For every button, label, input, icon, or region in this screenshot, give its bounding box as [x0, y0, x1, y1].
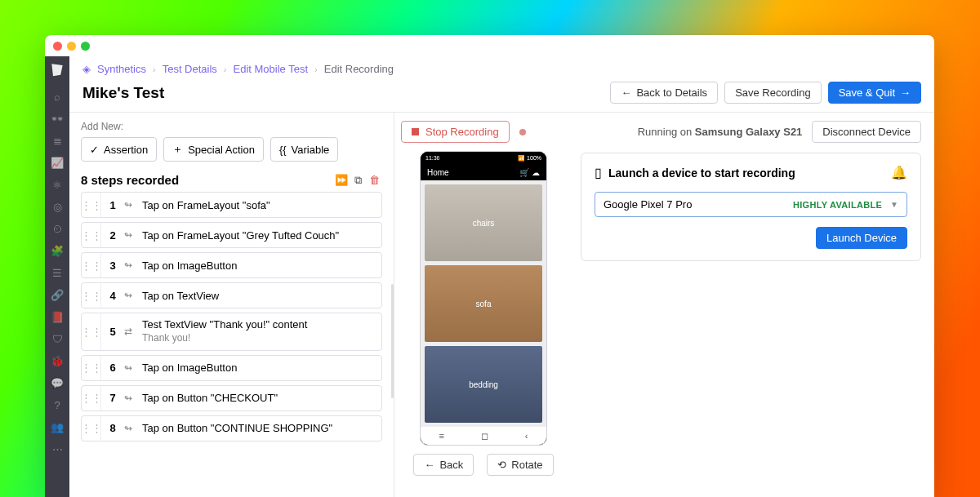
chip-label: Assertion	[104, 144, 148, 156]
drag-handle-icon[interactable]: ⋮⋮	[82, 313, 101, 350]
window-min-dot[interactable]	[67, 42, 76, 51]
datadog-logo-icon[interactable]	[49, 61, 65, 78]
phone-frame: 11:36 📶 100% Home 🛒 ☁ chairs sofa beddin…	[420, 151, 547, 446]
step-row[interactable]: ⋮⋮3↬Tap on ImageButton	[81, 252, 382, 278]
device-panel-column: Running on Samsung Galaxy S21 Disconnect…	[572, 113, 934, 497]
step-number: 7	[101, 392, 124, 404]
drag-handle-icon[interactable]: ⋮⋮	[82, 223, 101, 247]
step-number: 2	[101, 229, 124, 242]
scrollbar[interactable]	[391, 284, 394, 398]
device-back-button[interactable]: ← Back	[413, 454, 474, 476]
launch-device-button[interactable]: Launch Device	[816, 227, 907, 249]
step-row[interactable]: ⋮⋮4↬Tap on TextView	[81, 282, 382, 308]
crumb-synthetics[interactable]: Synthetics	[97, 63, 146, 75]
device-preview-column: Stop Recording 11:36 📶 100% Home 🛒 ☁	[394, 113, 572, 497]
running-on-text: Running on Samsung Galaxy S21	[638, 126, 803, 138]
drag-handle-icon[interactable]: ⋮⋮	[82, 193, 101, 217]
step-row[interactable]: ⋮⋮7↬Tap on Button "CHECKOUT"	[81, 385, 382, 411]
btn-label: Stop Recording	[425, 126, 499, 138]
gauge-icon[interactable]: ⏲	[51, 222, 64, 235]
plus-icon: ＋	[172, 142, 183, 157]
trash-icon[interactable]: 🗑	[366, 174, 382, 186]
save-quit-button[interactable]: Save & Quit →	[828, 82, 921, 104]
window-max-dot[interactable]	[81, 42, 90, 51]
phone-battery: 📶 100%	[518, 155, 541, 162]
bell-icon[interactable]: 🔔	[891, 165, 907, 180]
phone-tile-sofa[interactable]: sofa	[425, 265, 542, 342]
help-icon[interactable]: ?	[51, 398, 64, 411]
crumb-test-details[interactable]: Test Details	[163, 63, 217, 75]
tap-icon: ↬	[124, 393, 139, 404]
page-title: Mike's Test	[82, 84, 610, 102]
step-row[interactable]: ⋮⋮5⇄Test TextView "Thank you!" contentTh…	[81, 313, 382, 351]
more-icon[interactable]: ⋯	[51, 442, 64, 455]
device-select[interactable]: Google Pixel 7 Pro HIGHLY AVAILABLE ▼	[595, 192, 907, 217]
step-number: 1	[101, 199, 124, 211]
window-close-dot[interactable]	[53, 42, 62, 51]
copy-icon[interactable]: ⧉	[350, 174, 366, 187]
btn-label: Launch Device	[826, 232, 897, 244]
search-icon[interactable]: ⌕	[51, 90, 64, 103]
device-icon: ▯	[595, 165, 602, 180]
crumb-edit-mobile[interactable]: Edit Mobile Test	[234, 63, 309, 75]
tile-label: sofa	[476, 300, 492, 308]
list-icon[interactable]: ≣	[51, 134, 64, 147]
save-recording-button[interactable]: Save Recording	[724, 82, 822, 104]
device-rotate-button[interactable]: ⟲ Rotate	[487, 454, 553, 476]
step-row[interactable]: ⋮⋮2↬Tap on FrameLayout "Grey Tufted Couc…	[81, 222, 382, 248]
phone-nav-home-icon[interactable]: ◻	[481, 431, 488, 442]
chat-icon[interactable]: 💬	[51, 376, 64, 389]
btn-label: Save Recording	[735, 87, 811, 99]
back-to-details-button[interactable]: ← Back to Details	[610, 82, 718, 104]
drag-handle-icon[interactable]: ⋮⋮	[82, 283, 101, 308]
drag-handle-icon[interactable]: ⋮⋮	[82, 416, 101, 441]
running-on-bar: Running on Samsung Galaxy S21 Disconnect…	[581, 121, 921, 143]
phone-nav-back-icon[interactable]: ‹	[525, 431, 528, 441]
chip-label: Special Action	[188, 144, 255, 156]
tap-icon: ↬	[124, 423, 139, 434]
link-icon[interactable]: 🔗	[51, 288, 64, 301]
crumb-current: Edit Recording	[324, 63, 394, 75]
step-text: Test TextView "Thank you!" contentThank …	[139, 313, 381, 350]
panel-title: Launch a device to start recording	[608, 166, 884, 180]
chart-icon[interactable]: 📈	[51, 156, 64, 169]
synthetics-icon: ◈	[82, 63, 91, 75]
tap-icon: ↬	[124, 199, 139, 211]
step-row[interactable]: ⋮⋮8↬Tap on Button "CONTINUE SHOPPING"	[81, 415, 382, 442]
phone-app-header: Home 🛒 ☁	[421, 164, 546, 180]
add-variable-button[interactable]: {{ Variable	[270, 137, 338, 162]
phone-app-title: Home	[427, 168, 449, 177]
fast-forward-icon[interactable]: ⏩	[333, 174, 350, 186]
phone-nav-recent-icon[interactable]: ≡	[439, 431, 443, 441]
shield-icon[interactable]: 🛡	[51, 332, 64, 345]
phone-tile-chairs[interactable]: chairs	[425, 184, 542, 261]
step-text: Tap on ImageButton	[139, 255, 381, 277]
filter-icon[interactable]: ☰	[51, 266, 64, 279]
target-icon[interactable]: ◎	[51, 200, 64, 213]
drag-handle-icon[interactable]: ⋮⋮	[82, 386, 101, 410]
btn-label: Rotate	[511, 459, 542, 471]
add-assertion-button[interactable]: ✓ Assertion	[81, 137, 157, 162]
mac-titlebar	[45, 35, 934, 56]
team-icon[interactable]: 👥	[51, 420, 64, 433]
device-availability-badge: HIGHLY AVAILABLE	[793, 200, 882, 210]
add-special-action-button[interactable]: ＋ Special Action	[163, 137, 264, 162]
step-text: Tap on FrameLayout "Grey Tufted Couch"	[139, 224, 381, 246]
phone-nav-bar: ≡ ◻ ‹	[421, 427, 546, 445]
nodes-icon[interactable]: ⚛	[51, 178, 64, 191]
step-row[interactable]: ⋮⋮6↬Tap on ImageButton	[81, 355, 382, 381]
arrow-left-icon: ←	[424, 459, 434, 471]
phone-tile-bedding[interactable]: bedding	[425, 346, 542, 423]
drag-handle-icon[interactable]: ⋮⋮	[82, 253, 101, 277]
bug-icon[interactable]: 🐞	[51, 354, 64, 367]
tile-label: bedding	[469, 380, 498, 389]
step-row[interactable]: ⋮⋮1↬Tap on FrameLayout "sofa"	[81, 192, 382, 218]
disconnect-device-button[interactable]: Disconnect Device	[812, 121, 921, 143]
book-icon[interactable]: 📕	[51, 310, 64, 323]
device-selected-name: Google Pixel 7 Pro	[604, 198, 793, 211]
binoculars-icon[interactable]: 👓	[51, 112, 64, 125]
add-new-label: Add New:	[81, 121, 382, 132]
stop-recording-button[interactable]: Stop Recording	[401, 121, 510, 143]
drag-handle-icon[interactable]: ⋮⋮	[82, 356, 101, 380]
puzzle-icon[interactable]: 🧩	[51, 244, 64, 257]
